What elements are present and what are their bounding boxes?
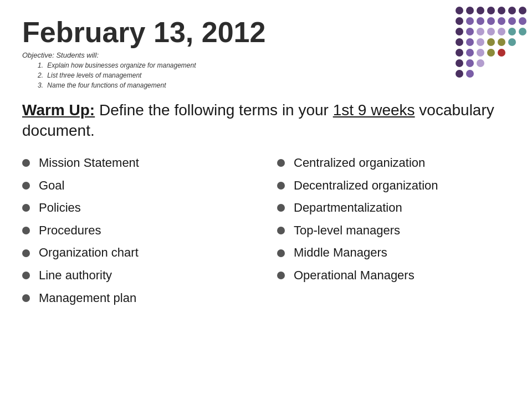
objective-item-2: 2. List three levels of management bbox=[28, 70, 510, 80]
dot bbox=[487, 38, 495, 46]
warm-up-label: Warm Up: bbox=[22, 101, 95, 119]
dot bbox=[487, 28, 495, 35]
warm-up-body: Define the following terms in your bbox=[95, 101, 333, 119]
slide-title: February 13, 2012 bbox=[22, 17, 510, 48]
dot bbox=[466, 7, 474, 14]
list-item: Centralized organization bbox=[277, 152, 510, 175]
dot bbox=[477, 38, 484, 46]
dot bbox=[508, 28, 516, 35]
dot bbox=[498, 28, 505, 35]
columns-container: Mission Statement Goal Policies Procedur… bbox=[22, 152, 510, 309]
list-item: Decentralized organization bbox=[277, 175, 510, 197]
dot bbox=[508, 17, 516, 25]
dot bbox=[519, 28, 526, 35]
objectives-section: Objective: Students will: 1. Explain how… bbox=[22, 51, 510, 90]
right-column: Centralized organization Decentralized o… bbox=[277, 152, 510, 309]
list-item: Goal bbox=[22, 175, 255, 197]
dot bbox=[466, 28, 474, 35]
dot bbox=[466, 49, 474, 57]
list-item: Top-level managers bbox=[277, 219, 510, 242]
dot bbox=[519, 59, 526, 67]
dot bbox=[498, 17, 505, 25]
list-item: Mission Statement bbox=[22, 152, 255, 175]
dot bbox=[456, 28, 463, 35]
list-item: Line authority bbox=[22, 264, 255, 287]
dot bbox=[487, 7, 495, 14]
dot bbox=[456, 17, 463, 25]
list-item: Procedures bbox=[22, 219, 255, 242]
warm-up-text: Warm Up: Define the following terms in y… bbox=[22, 100, 510, 141]
left-bullet-list: Mission Statement Goal Policies Procedur… bbox=[22, 152, 255, 309]
warm-up-highlight: 1st 9 weeks bbox=[333, 101, 415, 119]
list-item: Management plan bbox=[22, 287, 255, 310]
left-column: Mission Statement Goal Policies Procedur… bbox=[22, 152, 255, 309]
objective-item-1: 1. Explain how businesses organize for m… bbox=[28, 60, 510, 70]
dot bbox=[477, 17, 484, 25]
dot bbox=[519, 38, 526, 46]
dot bbox=[456, 38, 463, 46]
list-item: Middle Managers bbox=[277, 242, 510, 264]
dot bbox=[456, 7, 463, 14]
dot bbox=[498, 49, 505, 57]
dot bbox=[519, 70, 526, 78]
list-item: Policies bbox=[22, 197, 255, 219]
dot bbox=[519, 49, 526, 57]
dot bbox=[508, 7, 516, 14]
dot bbox=[477, 7, 484, 14]
objective-item-3: 3. Name the four functions of management bbox=[28, 80, 510, 90]
dot bbox=[508, 38, 516, 46]
dot bbox=[477, 28, 484, 35]
dot bbox=[498, 38, 505, 46]
right-bullet-list: Centralized organization Decentralized o… bbox=[277, 152, 510, 287]
warm-up-section: Warm Up: Define the following terms in y… bbox=[22, 100, 510, 141]
dot bbox=[466, 17, 474, 25]
dot bbox=[498, 7, 505, 14]
dot bbox=[487, 49, 495, 57]
dot bbox=[519, 7, 526, 14]
dot bbox=[487, 17, 495, 25]
objective-list: 1. Explain how businesses organize for m… bbox=[28, 60, 510, 90]
slide: February 13, 2012 Objective: Students wi… bbox=[0, 0, 532, 399]
dot bbox=[519, 17, 526, 25]
list-item: Organization chart bbox=[22, 242, 255, 264]
objective-label: Objective: Students will: bbox=[22, 51, 510, 59]
list-item: Operational Managers bbox=[277, 264, 510, 287]
dot bbox=[456, 49, 463, 57]
dot bbox=[466, 38, 474, 46]
dot bbox=[508, 49, 516, 57]
dot bbox=[477, 49, 484, 57]
list-item: Departmentalization bbox=[277, 197, 510, 219]
